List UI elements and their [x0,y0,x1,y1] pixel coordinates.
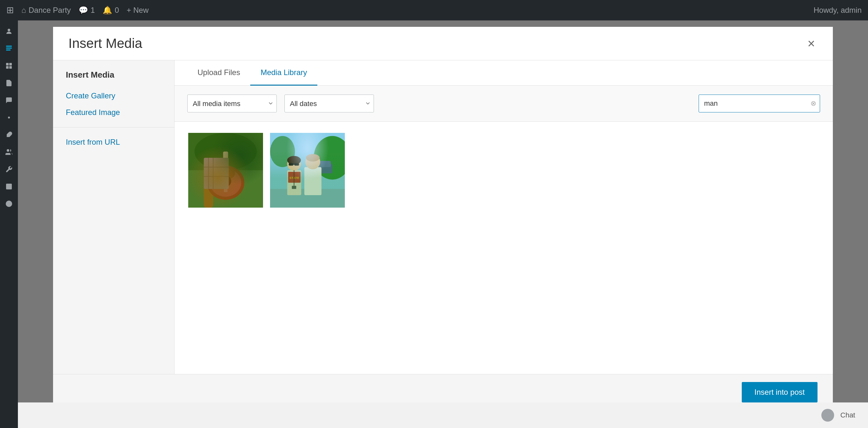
sidebar-icon-settings[interactable] [1,179,17,194]
modal-tabs: Upload Files Media Library [175,60,833,86]
svg-rect-7 [9,66,12,69]
sidebar-icon-tools[interactable] [1,162,17,177]
svg-rect-35 [314,164,333,173]
new-label: + New [127,6,149,15]
svg-rect-38 [287,170,301,195]
svg-point-21 [216,167,235,179]
sidebar-icon-appearance[interactable] [1,110,17,125]
svg-rect-37 [270,189,345,208]
sidebar-link-insert-url[interactable]: Insert from URL [53,134,174,151]
svg-rect-48 [304,167,321,195]
modal-header: Insert Media × [53,27,833,60]
svg-point-39 [287,157,301,171]
svg-point-40 [287,156,301,164]
svg-rect-32 [270,133,345,208]
media-item-guitar[interactable] [187,132,264,208]
sidebar-icon-pages[interactable] [1,75,17,91]
main-content: Insert Media × Insert Media Create Galle… [18,21,868,428]
notifications-link[interactable]: 🔔 0 [102,6,119,15]
svg-point-22 [220,176,231,187]
svg-rect-42 [294,163,299,166]
svg-point-17 [195,133,257,170]
svg-point-34 [270,136,295,167]
media-item-outdoor[interactable]: STATE [269,132,346,208]
search-clear-icon[interactable]: ⊗ [810,99,816,108]
svg-point-8 [8,117,10,119]
media-type-filter[interactable]: All media items Images Audio Video [187,95,277,112]
svg-rect-16 [188,133,263,170]
svg-rect-5 [9,63,12,65]
modal-title: Insert Media [68,36,142,51]
home-icon: ⌂ [22,6,26,15]
svg-point-50 [306,154,319,161]
svg-point-9 [7,149,9,152]
date-filter[interactable]: All dates January 2024 February 2024 [284,95,374,112]
comments-icon: 💬 [79,6,88,15]
svg-rect-36 [318,161,331,167]
sidebar-link-featured-image[interactable]: Featured Image [53,104,174,121]
guitar-image [188,133,263,208]
bell-icon: 🔔 [102,6,112,15]
svg-rect-15 [188,133,263,208]
svg-rect-41 [289,163,294,166]
bottom-bar: Chat [18,402,868,428]
modal-right-content: Upload Files Media Library All media ite… [175,60,833,374]
svg-rect-6 [6,66,9,69]
svg-rect-27 [204,158,229,189]
svg-rect-23 [223,152,228,180]
svg-rect-18 [204,158,213,208]
site-name: Dance Party [29,6,71,15]
sidebar-icon-globe[interactable] [1,196,17,211]
svg-point-0 [8,29,10,31]
svg-point-33 [314,136,345,180]
svg-point-49 [305,154,320,169]
svg-rect-1 [6,46,12,46]
admin-sidebar [0,21,18,428]
chat-bubble-icon[interactable] [822,409,834,422]
svg-rect-4 [6,63,9,65]
wp-logo-icon: ⊞ [6,6,14,15]
new-content-link[interactable]: + New [127,6,149,15]
search-input[interactable] [699,95,820,112]
sidebar-icon-plugins[interactable] [1,127,17,142]
sidebar-link-create-gallery[interactable]: Create Gallery [53,88,174,104]
svg-rect-2 [6,47,12,48]
svg-point-19 [207,165,245,200]
modal-left-sidebar: Insert Media Create Gallery Featured Ima… [53,60,175,374]
svg-rect-10 [6,184,12,189]
modal-close-button[interactable]: × [805,37,817,50]
media-grid: STATE [175,122,833,374]
site-name-link[interactable]: ⌂ Dance Party [22,6,71,15]
sidebar-icon-users[interactable] [1,144,17,160]
outdoor-image: STATE [270,133,345,208]
tab-media-library[interactable]: Media Library [250,60,317,86]
insert-into-post-button[interactable]: Insert into post [742,382,817,402]
tab-upload-files[interactable]: Upload Files [187,60,250,86]
filter-bar: All media items Images Audio Video All d… [175,86,833,122]
insert-media-modal: Insert Media × Insert Media Create Galle… [53,27,833,410]
modal-overlay: Insert Media × Insert Media Create Galle… [18,21,868,428]
svg-rect-47 [292,186,296,189]
svg-rect-3 [6,50,10,51]
sidebar-icon-comments[interactable] [1,93,17,108]
user-greeting[interactable]: Howdy, admin [814,6,862,15]
modal-body: Insert Media Create Gallery Featured Ima… [53,60,833,374]
comment-count: 1 [91,6,95,15]
sidebar-icon-avatar[interactable] [1,24,17,39]
chat-label[interactable]: Chat [840,411,855,419]
admin-bar: ⊞ ⌂ Dance Party 💬 1 🔔 0 + New Howdy, adm… [0,0,868,21]
search-wrapper: ⊗ [699,95,820,112]
svg-text:STATE: STATE [289,176,300,179]
sidebar-icon-posts[interactable] [1,41,17,56]
sidebar-icon-media[interactable] [1,58,17,73]
comments-link[interactable]: 💬 1 [79,6,95,15]
svg-rect-44 [288,172,301,183]
svg-point-20 [210,169,241,197]
notification-count: 0 [115,6,119,15]
modal-sidebar-title: Insert Media [53,70,174,88]
